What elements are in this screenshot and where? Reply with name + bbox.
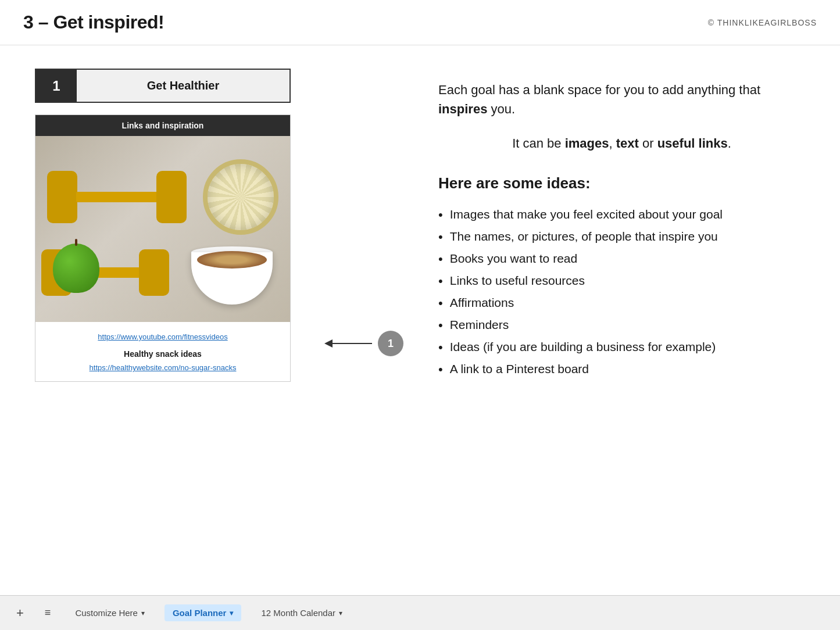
tab-customize-here[interactable]: Customize Here ▾ [67,604,153,621]
main-content: 1 Get Healthier Links and inspiration [0,45,840,595]
itcanbe-part1: It can be [512,136,565,151]
goal-number: 1 [36,70,77,102]
tab-12-month-calendar[interactable]: 12 Month Calendar ▾ [253,604,351,621]
itcanbe-bold3: useful links [657,136,728,151]
chevron-down-icon: ▾ [339,609,342,617]
tab-goal-label: Goal Planner [173,608,227,618]
bottom-bar: + ≡ Customize Here ▾ Goal Planner ▾ 12 M… [0,595,840,630]
itcanbe-bold2: text [613,136,639,151]
itcanbe-or: or [639,136,657,151]
list-item: A link to a Pinterest board [438,359,805,381]
fitness-background [35,136,290,322]
inspiration-box: Links and inspiration [35,114,291,382]
add-tab-button[interactable]: + [12,603,28,623]
inspiration-content: https://www.youtube.com/fitnessvideos He… [35,322,290,381]
tape-measure-icon [203,159,278,235]
apple-icon [53,244,99,293]
list-item: The names, or pictures, of people that i… [438,226,805,248]
arrow-badge-group: 1 [326,331,403,356]
left-panel: 1 Get Healthier Links and inspiration [35,69,291,572]
desc-bold: inspires [438,102,487,116]
description-text: Each goal has a blank space for you to a… [438,80,805,119]
desc-part2: you. [487,102,515,116]
ideas-heading: Here are some ideas: [438,174,805,192]
list-item: Books you want to read [438,248,805,270]
snack-link[interactable]: https://healthywebsite.com/no-sugar-snac… [45,361,281,374]
list-item: Ideas (if you are building a business fo… [438,337,805,359]
tab-goal-planner[interactable]: Goal Planner ▾ [165,604,242,621]
itcanbe-period: . [728,136,731,151]
list-item: Links to useful resources [438,270,805,292]
snack-subheading: Healthy snack ideas [45,345,281,361]
list-item: Reminders [438,314,805,337]
arrow-line [326,343,372,344]
list-item: Images that make you feel excited about … [438,204,805,226]
it-can-be-text: It can be images, text or useful links. [438,136,805,151]
desc-part1: Each goal has a blank space for you to a… [438,83,760,97]
callout-badge: 1 [378,331,403,356]
right-panel: Each goal has a blank space for you to a… [438,69,805,572]
bowl-icon [191,241,273,305]
list-item: Affirmations [438,292,805,314]
chevron-down-icon: ▾ [230,609,233,617]
page-header: 3 – Get inspired! © THINKLIKEAGIRLBOSS [0,0,840,45]
page-title: 3 – Get inspired! [23,12,164,33]
dumbbell-top [47,171,187,223]
menu-icon[interactable]: ≡ [40,604,56,621]
goal-title: Get Healthier [147,79,219,92]
goal-title-box: Get Healthier [77,70,289,102]
ideas-list: Images that make you feel excited about … [438,204,805,381]
tab-calendar-label: 12 Month Calendar [261,608,335,618]
links-inspiration-bar: Links and inspiration [35,115,290,136]
goal-header: 1 Get Healthier [35,69,291,103]
chevron-down-icon: ▾ [141,609,145,617]
arrow-container: 1 [326,69,403,572]
inspiration-image [35,136,290,322]
tab-customize-label: Customize Here [75,608,138,618]
itcanbe-bold1: images [565,136,609,151]
fitness-link[interactable]: https://www.youtube.com/fitnessvideos [45,329,281,345]
copyright-text: © THINKLIKEAGIRLBOSS [708,18,817,27]
